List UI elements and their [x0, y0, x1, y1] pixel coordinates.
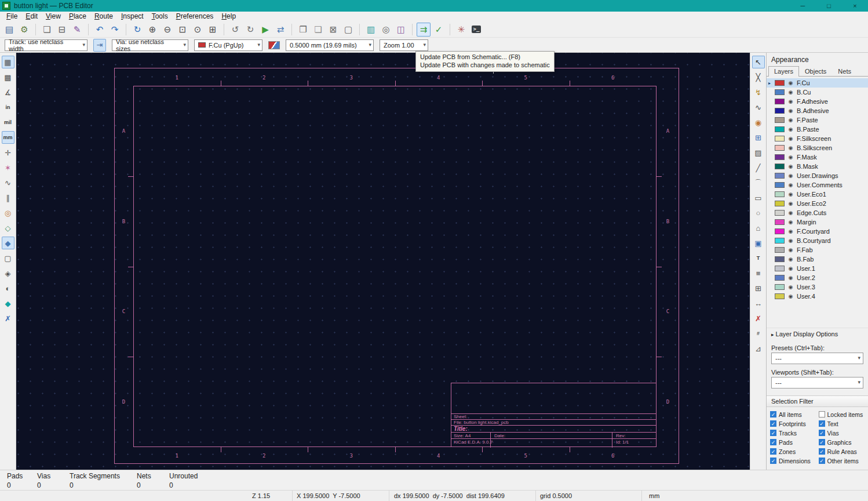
ungroup-button[interactable]: ❏ [311, 23, 325, 37]
open-schematic-button[interactable]: ▥ [364, 23, 378, 37]
layer-color-swatch[interactable] [775, 191, 785, 197]
mirror-button[interactable]: ⇄ [273, 23, 287, 37]
footprint-wizard-button[interactable]: ✳ [454, 23, 468, 37]
checkbox-icon[interactable]: ✓ [819, 448, 825, 455]
scripting-console-button[interactable]: >_ [469, 23, 483, 37]
visibility-eye-icon[interactable]: ◉ [787, 164, 794, 169]
filter-rule-areas[interactable]: ✓Rule Areas [819, 448, 867, 455]
visibility-eye-icon[interactable]: ◉ [787, 266, 794, 271]
filter-pads[interactable]: ✓Pads [770, 438, 819, 446]
redo-button[interactable]: ↷ [108, 23, 122, 37]
checkbox-icon[interactable]: ✓ [770, 420, 776, 427]
track-width-dropdown[interactable]: Track: use netclass width ▾ [5, 39, 87, 51]
zoom-fit-page-button[interactable]: ⊡ [176, 23, 189, 37]
layer-color-swatch[interactable] [775, 154, 785, 160]
layer-pair-icon[interactable] [268, 41, 280, 49]
add-textbox-button[interactable]: ≡ [752, 267, 765, 279]
layer-color-swatch[interactable] [775, 275, 785, 281]
filter-tracks[interactable]: ✓Tracks [770, 429, 819, 437]
design-rules-check-button[interactable]: ✓ [432, 23, 446, 37]
layer-row-user-eco2[interactable]: ◉User.Eco2 [767, 199, 868, 208]
visibility-eye-icon[interactable]: ◉ [787, 256, 794, 262]
checkbox-icon[interactable]: ✓ [770, 430, 776, 436]
print-button[interactable]: ⊟ [55, 23, 69, 37]
board-setup-button[interactable]: ⚙ [17, 23, 31, 37]
grid-origin-button[interactable]: # [752, 327, 765, 340]
checkbox-icon[interactable]: ✓ [770, 411, 776, 418]
layer-color-swatch[interactable] [775, 219, 785, 225]
footprint-search-button[interactable]: ◎ [379, 23, 393, 37]
layer-row-user-comments[interactable]: ◉User.Comments [767, 180, 868, 190]
draw-polygon-button[interactable]: ⌂ [752, 222, 765, 234]
play-button[interactable]: ▶ [258, 23, 272, 37]
via-outline-mode-button[interactable]: ◎ [2, 206, 14, 219]
page-settings-button[interactable]: ❏ [40, 23, 54, 37]
layer-color-swatch[interactable] [775, 201, 785, 206]
visibility-eye-icon[interactable]: ◉ [787, 210, 794, 216]
plot-button[interactable]: ✎ [70, 23, 84, 37]
auto-track-width-toggle[interactable]: ⇥ [93, 39, 106, 52]
via-size-dropdown[interactable]: Via: use netclass sizes ▾ [112, 39, 188, 51]
zoom-out-button[interactable]: ⊖ [161, 23, 174, 37]
units-mm-button[interactable]: mm [2, 131, 14, 144]
layer-color-swatch[interactable] [775, 182, 785, 188]
layer-row-b-courtyard[interactable]: ◉B.Courtyard [767, 236, 868, 245]
layer-row-user-2[interactable]: ◉User.2 [767, 273, 868, 282]
visibility-eye-icon[interactable]: ◉ [787, 145, 794, 151]
tab-nets[interactable]: Nets [832, 66, 857, 77]
visibility-eye-icon[interactable]: ◉ [787, 238, 794, 244]
layer-color-swatch[interactable] [775, 89, 785, 95]
zone-outline-mode-button[interactable]: ▢ [2, 252, 14, 264]
layer-row-b-paste[interactable]: ◉B.Paste [767, 125, 868, 134]
add-image-button[interactable]: ▣ [752, 237, 765, 249]
filter-all-items[interactable]: ✓All items [770, 411, 819, 418]
zoom-dropdown[interactable]: Zoom 1.00 ▾ [380, 39, 428, 51]
visibility-eye-icon[interactable]: ◉ [787, 191, 794, 197]
menu-view[interactable]: View [42, 12, 65, 21]
refresh-button[interactable]: ↻ [130, 23, 144, 37]
undo-button[interactable]: ↶ [93, 23, 107, 37]
add-footprint-button[interactable]: ⊞ [752, 131, 765, 144]
close-button[interactable]: × [842, 0, 868, 12]
update-pcb-from-schematic-button[interactable]: ⇉ [417, 23, 431, 37]
visibility-eye-icon[interactable]: ◉ [787, 275, 794, 281]
layer-row-f-adhesive[interactable]: ◉F.Adhesive [767, 97, 868, 106]
add-dimension-button[interactable]: ↔ [752, 297, 765, 310]
layer-row-user-1[interactable]: ◉User.1 [767, 264, 868, 273]
layer-row-user-eco1[interactable]: ◉User.Eco1 [767, 190, 868, 199]
checkbox-icon[interactable]: ✓ [770, 439, 776, 445]
visibility-eye-icon[interactable]: ◉ [787, 182, 794, 188]
visibility-eye-icon[interactable]: ◉ [787, 154, 794, 160]
layer-row-b-fab[interactable]: ◉B.Fab [767, 255, 868, 264]
grid-size-dropdown[interactable]: 0.5000 mm (19.69 mils) ▾ [286, 39, 374, 51]
layer-color-swatch[interactable] [775, 173, 785, 179]
high-contrast-mode-button[interactable]: ◆ [2, 297, 14, 310]
highlight-net-button[interactable]: ↯ [752, 86, 765, 99]
active-layer-dropdown[interactable]: F.Cu (PgUp) ▾ [194, 39, 262, 51]
visibility-eye-icon[interactable]: ◉ [787, 284, 794, 290]
visibility-eye-icon[interactable]: ◉ [787, 228, 794, 234]
layer-row-f-mask[interactable]: ◉F.Mask [767, 153, 868, 162]
track-outline-mode-button[interactable]: ∥ [2, 191, 14, 204]
crosshair-shape-button[interactable]: ✛ [2, 146, 14, 159]
layer-row-b-silkscreen[interactable]: ◉B.Silkscreen [767, 143, 868, 153]
add-via-button[interactable]: ◉ [752, 116, 765, 129]
zoom-fit-objects-button[interactable]: ⊙ [191, 23, 205, 37]
show-ratsnest-button[interactable]: ✶ [2, 161, 14, 174]
viewports-dropdown[interactable]: --- ▾ [771, 377, 863, 389]
filter-graphics[interactable]: ✓Graphics [819, 438, 867, 446]
presets-dropdown[interactable]: --- ▾ [771, 353, 863, 364]
menu-tools[interactable]: Tools [148, 12, 172, 21]
checkbox-icon[interactable]: ✓ [819, 458, 825, 464]
visibility-eye-icon[interactable]: ◉ [787, 173, 794, 179]
layer-row-user-drawings[interactable]: ◉User.Drawings [767, 171, 868, 180]
zoom-in-button[interactable]: ⊕ [145, 23, 159, 37]
filter-vias[interactable]: ✓Vias [819, 429, 867, 437]
visibility-eye-icon[interactable]: ◉ [787, 136, 794, 141]
layer-color-swatch[interactable] [775, 99, 785, 104]
visibility-eye-icon[interactable]: ◉ [787, 117, 794, 123]
layer-row-f-cu[interactable]: ▸◉F.Cu [767, 78, 868, 88]
menu-file[interactable]: File [2, 12, 21, 21]
visibility-eye-icon[interactable]: ◉ [787, 89, 794, 95]
unlock-button[interactable]: ▢ [341, 23, 355, 37]
